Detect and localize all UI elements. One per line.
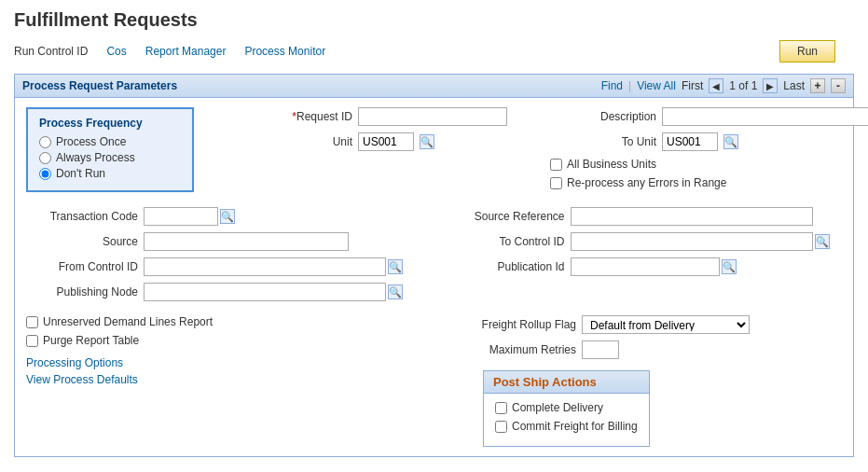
publishing-node-label: Publishing Node: [26, 285, 138, 298]
freight-rollup-select[interactable]: Default from Delivery: [582, 315, 750, 334]
unit-input[interactable]: [358, 132, 414, 151]
page-info: 1 of 1: [729, 79, 757, 92]
source-row: Source: [26, 232, 416, 251]
always-process-radio[interactable]: [39, 152, 51, 164]
request-id-label: *Request ID: [241, 110, 352, 123]
description-input[interactable]: [662, 107, 868, 126]
page-container: Fulfillment Requests Run Control ID Cos …: [0, 0, 868, 466]
top-right-col: Description To Unit 🔍: [544, 107, 868, 195]
max-retries-label: Maximum Retries: [464, 343, 576, 356]
all-business-units-checkbox[interactable]: [550, 159, 562, 171]
publication-id-label: Publication Id: [453, 260, 565, 273]
frequency-title: Process Frequency: [39, 117, 181, 130]
nav-separator: |: [628, 79, 631, 92]
top-form-section: *Request ID Unit 🔍: [241, 107, 868, 201]
publication-id-lookup-icon[interactable]: 🔍: [722, 259, 737, 274]
from-control-id-label: From Control ID: [26, 260, 138, 273]
unreserved-demand-label: Unreserved Demand Lines Report: [43, 315, 213, 328]
purge-report-label: Purge Report Table: [43, 334, 139, 347]
view-process-defaults-link[interactable]: View Process Defaults: [26, 373, 138, 386]
to-unit-lookup-icon[interactable]: 🔍: [723, 134, 738, 149]
unit-lookup-icon[interactable]: 🔍: [420, 134, 434, 149]
add-row-button[interactable]: +: [810, 78, 825, 93]
run-control-link[interactable]: Cos: [106, 45, 126, 58]
reprocess-errors-checkbox[interactable]: [550, 177, 562, 189]
panel-body: Process Frequency Process Once Always Pr…: [15, 98, 853, 456]
find-link[interactable]: Find: [601, 79, 623, 92]
frequency-section: Process Frequency Process Once Always Pr…: [26, 107, 222, 201]
to-unit-row: To Unit 🔍: [544, 132, 868, 151]
commit-freight-checkbox[interactable]: [495, 421, 507, 433]
from-control-id-row: From Control ID 🔍: [26, 257, 416, 276]
max-retries-input[interactable]: [582, 340, 619, 359]
dont-run-label: Don't Run: [56, 167, 105, 180]
commit-freight-row: Commit Freight for Billing: [495, 420, 638, 433]
transaction-code-input[interactable]: [144, 207, 218, 226]
panel-header: Process Request Parameters Find | View A…: [15, 75, 853, 98]
complete-delivery-row: Complete Delivery: [495, 401, 638, 414]
dont-run-row: Don't Run: [39, 167, 181, 180]
source-reference-label: Source Reference: [453, 210, 565, 223]
to-control-id-lookup-icon[interactable]: 🔍: [815, 234, 830, 249]
prev-page-button[interactable]: ◀: [709, 78, 723, 93]
panel-header-title: Process Request Parameters: [22, 79, 177, 92]
bottom-left-col: Unreserved Demand Lines Report Purge Rep…: [26, 315, 446, 386]
to-unit-input[interactable]: [662, 132, 718, 151]
post-ship-header: Post Ship Actions: [484, 371, 649, 394]
source-input[interactable]: [144, 232, 349, 251]
reprocess-errors-row: Re-process any Errors in Range: [550, 176, 868, 189]
complete-delivery-label: Complete Delivery: [512, 401, 603, 414]
bottom-section: Unreserved Demand Lines Report Purge Rep…: [26, 315, 842, 447]
all-business-units-row: All Business Units: [550, 158, 868, 171]
unreserved-demand-row: Unreserved Demand Lines Report: [26, 315, 446, 328]
unit-field-group: 🔍: [358, 132, 434, 151]
bottom-right-col: Freight Rollup Flag Default from Deliver…: [464, 315, 842, 447]
commit-freight-label: Commit Freight for Billing: [512, 420, 638, 433]
to-control-id-label: To Control ID: [453, 235, 565, 248]
view-all-link[interactable]: View All: [637, 79, 676, 92]
freight-rollup-row: Freight Rollup Flag Default from Deliver…: [464, 315, 842, 334]
source-label: Source: [26, 235, 138, 248]
to-control-id-input[interactable]: [571, 232, 813, 251]
transaction-code-label: Transaction Code: [26, 210, 138, 223]
complete-delivery-checkbox[interactable]: [495, 402, 507, 414]
run-button[interactable]: Run: [779, 40, 835, 62]
publishing-node-lookup-icon[interactable]: 🔍: [388, 285, 403, 299]
process-monitor-link[interactable]: Process Monitor: [244, 45, 325, 58]
middle-right-col: Source Reference To Control ID 🔍 Publica…: [453, 207, 843, 308]
all-business-units-label: All Business Units: [567, 158, 656, 171]
process-once-radio[interactable]: [39, 136, 51, 148]
middle-form-section: Transaction Code 🔍 Source From Control I…: [26, 207, 842, 308]
freight-rollup-label: Freight Rollup Flag: [464, 318, 576, 331]
request-id-input[interactable]: [358, 107, 507, 126]
processing-options-link[interactable]: Processing Options: [26, 356, 123, 369]
transaction-code-lookup-icon[interactable]: 🔍: [220, 209, 235, 224]
unit-label: Unit: [241, 135, 352, 148]
process-once-row: Process Once: [39, 135, 181, 148]
always-process-row: Always Process: [39, 151, 181, 164]
publication-id-input[interactable]: [571, 257, 720, 276]
last-label: Last: [783, 79, 805, 92]
first-label: First: [682, 79, 703, 92]
dont-run-radio[interactable]: [39, 168, 51, 180]
to-unit-field-group: 🔍: [662, 132, 738, 151]
middle-left-col: Transaction Code 🔍 Source From Control I…: [26, 207, 416, 308]
delete-row-button[interactable]: -: [831, 78, 846, 93]
unreserved-demand-checkbox[interactable]: [26, 316, 38, 328]
page-title: Fulfillment Requests: [14, 9, 854, 31]
transaction-code-row: Transaction Code 🔍: [26, 207, 416, 226]
purge-report-checkbox[interactable]: [26, 335, 38, 347]
unit-row: Unit 🔍: [241, 132, 507, 151]
processing-options-section: Processing Options: [26, 356, 446, 369]
process-request-panel: Process Request Parameters Find | View A…: [14, 74, 854, 457]
reprocess-errors-label: Re-process any Errors in Range: [567, 176, 726, 189]
toolbar: Run Control ID Cos Report Manager Proces…: [14, 40, 854, 62]
to-unit-label: To Unit: [544, 135, 656, 148]
publishing-node-input[interactable]: [144, 283, 386, 301]
report-manager-link[interactable]: Report Manager: [145, 45, 227, 58]
from-control-id-input[interactable]: [144, 257, 386, 276]
from-control-id-lookup-icon[interactable]: 🔍: [388, 259, 403, 274]
run-control-label: Run Control ID: [14, 45, 88, 58]
next-page-button[interactable]: ▶: [763, 78, 778, 93]
source-reference-input[interactable]: [571, 207, 813, 226]
